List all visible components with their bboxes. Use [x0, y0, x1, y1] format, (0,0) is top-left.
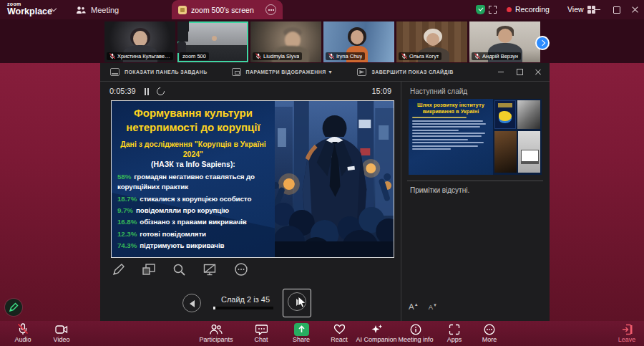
share-label: Share — [282, 336, 321, 343]
participants-label: Participants — [195, 336, 238, 343]
next-slide-button-focus-ring — [283, 289, 311, 317]
notes-font-size-controls: A▲ A▼ — [409, 302, 437, 311]
magnifier-photo-image — [517, 100, 540, 129]
book-cover-image — [494, 100, 516, 129]
end-slideshow-menu-item[interactable]: ЗАВЕРШИТИ ПОКАЗ СЛАЙДІВ — [357, 68, 453, 76]
apps-icon — [449, 324, 460, 335]
leave-door-icon — [621, 324, 633, 335]
slide-illustration-man-in-crowd — [275, 101, 394, 257]
video-tile-participant-6[interactable]: Андрій Верзун — [469, 21, 540, 62]
leave-button[interactable]: Leave — [610, 323, 644, 343]
chat-label: Chat — [243, 336, 279, 343]
titlebar-right-controls: Recording View — [487, 0, 644, 19]
meeting-info-label: Meeting info — [394, 336, 438, 343]
apps-label: Apps — [436, 336, 472, 343]
fullscreen-corners-icon[interactable] — [489, 6, 497, 14]
participant-name-label: Iryna Chuy — [326, 52, 365, 60]
audio-button[interactable]: Audio — [6, 323, 40, 343]
more-ellipsis-icon — [484, 324, 495, 335]
window-close-button[interactable] — [625, 0, 644, 19]
black-screen-icon[interactable] — [203, 263, 218, 277]
zoom-app-window: zoom Workplace Meeting zoom 500's screen… — [0, 0, 644, 346]
recording-label: Recording — [515, 5, 550, 14]
meeting-tab-label: Meeting — [91, 6, 119, 14]
participants-icon — [210, 324, 223, 335]
recording-indicator[interactable]: Recording — [507, 5, 550, 14]
tab-options-ellipsis-icon[interactable] — [265, 4, 276, 15]
show-taskbar-menu-item[interactable]: ПОКАЗАТИ ПАНЕЛЬ ЗАВДАНЬ — [110, 68, 208, 76]
tab-meeting[interactable]: Meeting — [69, 0, 126, 19]
next-slide-title: Шлях розвитку інституту викривання в Укр… — [412, 102, 489, 115]
stat-row: 9.7%повідомляли про корупцію — [117, 206, 269, 216]
video-tile-participant-1[interactable]: Христина Кульгавець — [104, 21, 175, 62]
slide-stats-list: 58%громадян негативно ставляться до кору… — [117, 172, 269, 251]
slide-navigation: Слайд 2 із 45 — [100, 291, 401, 319]
annotate-floating-button[interactable] — [5, 299, 22, 316]
next-videos-page-button[interactable] — [535, 36, 550, 50]
more-button[interactable]: More — [472, 323, 507, 343]
participant-name-label: Андрій Верзун — [472, 52, 521, 60]
window-minimize-button[interactable] — [588, 0, 607, 19]
next-slide-thumbnail: Шлях розвитку інституту викривання в Укр… — [409, 99, 542, 175]
audio-label: Audio — [6, 336, 40, 343]
zoom-slide-icon[interactable] — [172, 263, 186, 277]
participant-name-label: Христина Кульгавець — [107, 52, 173, 60]
slide-subtitle: Дані з дослідження "Корупція в Україні 2… — [117, 140, 269, 159]
slide-notes-text: Примітки відсутні. — [410, 186, 469, 194]
ai-sparkle-icon — [371, 324, 383, 335]
restart-timer-icon[interactable] — [155, 86, 166, 97]
next-slide-text-panel: Шлях розвитку інституту викривання в Укр… — [409, 99, 493, 175]
presenter-menubar: ПОКАЗАТИ ПАНЕЛЬ ЗАВДАНЬ ПАРАМЕТРИ ВІДОБР… — [100, 63, 550, 82]
presenter-side-pane: Наступний слайд Шлях розвитку інституту … — [401, 82, 550, 321]
slide-progress-bar — [213, 307, 273, 309]
security-shield-icon[interactable] — [476, 5, 485, 14]
apps-button[interactable]: Apps — [436, 323, 472, 343]
presenter-minimize-button[interactable] — [497, 67, 505, 76]
heart-icon — [333, 324, 346, 335]
presenter-close-button[interactable] — [534, 67, 542, 76]
see-all-slides-icon[interactable] — [142, 263, 156, 277]
share-screen-icon — [294, 323, 309, 336]
ai-companion-button[interactable]: AI Companion — [353, 323, 399, 343]
arrow-left-icon — [190, 300, 195, 307]
next-slide-images — [493, 99, 542, 175]
more-options-icon[interactable] — [234, 262, 248, 277]
increase-font-button[interactable]: A▲ — [409, 302, 419, 311]
decrease-font-button[interactable]: A▼ — [429, 303, 437, 311]
video-thumbnail-strip: Христина Кульгавець zoom 500 Liudmyla Sl… — [0, 19, 644, 63]
share-button[interactable]: Share — [282, 323, 321, 343]
mic-muted-icon — [17, 323, 29, 335]
current-clock-time: 15:09 — [371, 87, 391, 95]
pen-tool-icon[interactable] — [112, 263, 125, 277]
slide-title: Формування культури нетерпимості до кору… — [117, 106, 269, 134]
video-tile-active-speaker[interactable]: zoom 500 — [177, 21, 248, 62]
display-settings-menu-item[interactable]: ПАРАМЕТРИ ВІДОБРАЖЕННЯ ▼ — [232, 68, 333, 76]
video-tile-participant-3[interactable]: Liudmyla Slyva — [250, 21, 321, 62]
stat-row: 12.3%готові повідомляти — [117, 229, 269, 239]
presenter-timer-row: 0:05:39 15:09 — [109, 87, 391, 98]
view-label: View — [567, 5, 584, 14]
laptop-photo-image — [518, 131, 540, 173]
presenter-annotation-toolbar — [112, 262, 248, 277]
camera-icon — [55, 325, 68, 335]
video-button[interactable]: Video — [44, 323, 79, 343]
video-tile-participant-5[interactable]: Ольга Когут — [396, 21, 467, 62]
stat-row: 16.8%обізнано з правами викривачів — [117, 217, 269, 227]
pencil-icon — [9, 302, 19, 312]
shared-screen-tab-label: zoom 500's screen — [191, 6, 261, 14]
chat-button[interactable]: Chat — [243, 323, 279, 343]
react-button[interactable]: React — [322, 323, 356, 343]
previous-slide-button[interactable] — [182, 294, 201, 312]
tab-shared-screen[interactable]: zoom 500's screen — [172, 0, 283, 19]
notes-divider — [407, 181, 543, 181]
stat-row: 74.3%підтримують викривачів — [117, 241, 269, 251]
participants-button[interactable]: Participants — [195, 323, 238, 343]
pause-timer-icon[interactable] — [144, 88, 150, 95]
slide-org-line: (НАЗК та Info Sapiens): — [117, 160, 269, 168]
meeting-info-button[interactable]: Meeting info — [394, 323, 438, 343]
window-maximize-button[interactable] — [607, 0, 625, 19]
stat-row: 58%громадян негативно ставляться до кору… — [117, 172, 269, 192]
presenter-maximize-button[interactable] — [515, 67, 524, 76]
video-tile-participant-4[interactable]: Iryna Chuy — [323, 21, 394, 62]
ai-companion-label: AI Companion — [353, 336, 399, 343]
